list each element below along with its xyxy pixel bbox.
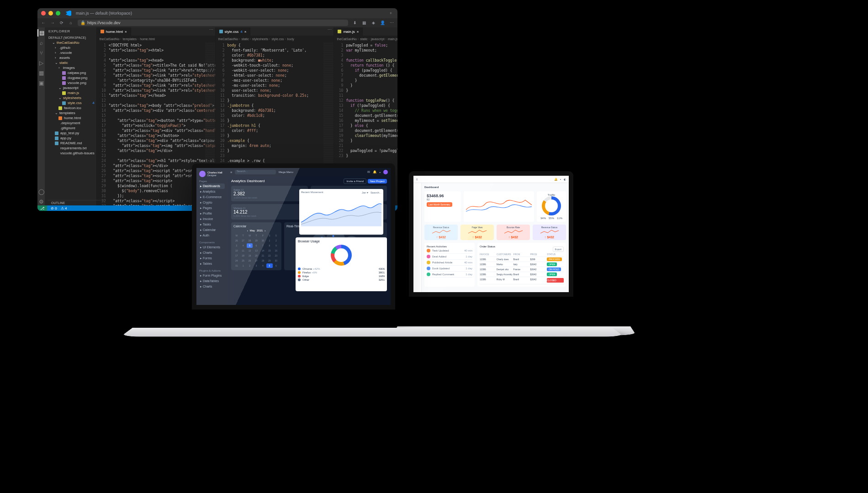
tree-file[interactable]: home.html <box>47 115 95 121</box>
tree-file[interactable]: requirements.txt <box>47 146 95 151</box>
editor-tab[interactable]: main.js × <box>334 27 363 36</box>
calendar-day[interactable]: 30 <box>273 258 279 263</box>
calendar-day[interactable]: 21 <box>260 253 266 258</box>
mega-menu[interactable]: Mega Menu <box>279 171 293 173</box>
calendar-day[interactable]: 5 <box>266 263 272 268</box>
remote-icon[interactable]: ▣ <box>37 79 45 87</box>
sidebar-item[interactable]: ▸ E-Commerce <box>199 194 225 200</box>
tree-folder[interactable]: static <box>47 60 95 65</box>
extensions-icon[interactable]: ▦ <box>362 21 366 25</box>
explorer-icon[interactable]: ▤ <box>37 29 45 37</box>
next-month-icon[interactable]: › <box>265 229 265 232</box>
calendar-day[interactable]: 19 <box>247 253 253 258</box>
tree-folder[interactable]: .vscode <box>47 50 95 55</box>
calendar-day[interactable]: 9 <box>273 243 279 248</box>
msg-icon[interactable]: ✉ <box>367 170 370 174</box>
minimize-icon[interactable] <box>48 11 53 16</box>
sidebar-item[interactable]: ▸ Form Plugins <box>199 273 225 278</box>
sidebar-item[interactable]: ▸ Crypto <box>199 200 225 205</box>
calendar-day[interactable]: 29 <box>253 238 259 243</box>
sidebar-item[interactable]: ▸ Calendar <box>199 227 225 233</box>
new-project-button[interactable]: New Project <box>368 179 387 184</box>
calendar-day[interactable]: 2 <box>247 263 253 268</box>
calendar-day[interactable]: 31 <box>233 263 239 268</box>
debug-icon[interactable]: ▷ <box>37 59 45 67</box>
scm-icon[interactable]: ⑂ <box>37 49 45 57</box>
search-icon[interactable]: ⌕ <box>37 39 45 47</box>
calendar-day[interactable]: 13 <box>253 248 259 253</box>
calendar-day[interactable]: 4 <box>240 243 246 248</box>
hamburger-icon[interactable]: ≡ <box>230 171 232 174</box>
calendar-day[interactable]: 30 <box>260 238 266 243</box>
download-icon[interactable]: ⬇ <box>353 21 357 25</box>
calendar-day[interactable]: 27 <box>240 238 246 243</box>
maximize-icon[interactable] <box>56 11 60 16</box>
tree-file[interactable]: main.js <box>47 90 95 95</box>
shield-icon[interactable]: ◈ <box>371 21 376 25</box>
editor-tab[interactable]: home.html × <box>97 27 131 36</box>
close-icon[interactable]: × <box>125 30 127 34</box>
calendar-day[interactable]: 7 <box>260 243 266 248</box>
sidebar-item[interactable]: ▸ Analytics <box>199 189 225 194</box>
sidebar-item[interactable]: ▸ Pages <box>199 205 225 211</box>
sidebar-item[interactable]: ▸ DataTables <box>199 278 225 284</box>
sidebar-item[interactable]: ▸ Auth <box>199 233 225 238</box>
calendar-day[interactable]: 29 <box>266 258 272 263</box>
tree-file[interactable]: vscode.png <box>47 80 95 85</box>
tree-file[interactable]: favicon.ico <box>47 105 95 110</box>
forward-icon[interactable]: → <box>50 21 55 25</box>
tree-file[interactable]: app.py <box>47 136 95 141</box>
calendar-day[interactable]: 24 <box>233 258 239 263</box>
calendar-day[interactable]: 2 <box>273 238 279 243</box>
sidebar-item[interactable]: ▸ Forms <box>199 256 225 261</box>
calendar-day[interactable]: 15 <box>266 248 272 253</box>
more-icon[interactable]: ⋯ <box>326 27 333 36</box>
tree-folder[interactable]: assets <box>47 55 95 60</box>
home-icon[interactable]: ⌂ <box>69 21 73 25</box>
reload-icon[interactable]: ⟳ <box>59 21 64 25</box>
calendar-day[interactable]: 27 <box>253 258 259 263</box>
flag-icon[interactable]: ▪ <box>380 171 381 174</box>
sidebar-root[interactable]: DEFAULT (WORKSPACE) <box>45 35 96 40</box>
calendar-day[interactable]: 5 <box>247 243 253 248</box>
tree-file[interactable]: .deployment <box>47 121 95 126</box>
tree-folder[interactable]: stylesheets <box>47 95 95 100</box>
invite-button[interactable]: Invite a Friend <box>344 178 366 184</box>
prev-month-icon[interactable]: ‹ <box>247 229 248 232</box>
sidebar-item[interactable]: ▸ Tables <box>199 261 225 267</box>
tree-file[interactable]: dogpaw.png <box>47 75 95 80</box>
new-tab-button[interactable]: + <box>390 11 392 16</box>
tree-folder[interactable]: images <box>47 65 95 70</box>
close-icon[interactable] <box>41 11 46 16</box>
calendar-day[interactable]: 8 <box>266 243 272 248</box>
calendar-day[interactable]: 22 <box>266 253 272 258</box>
calendar-day[interactable]: 23 <box>273 253 279 258</box>
calendar-day[interactable]: 12 <box>247 248 253 253</box>
calendar-day[interactable]: 1 <box>240 263 246 268</box>
bell-icon[interactable]: 🔔 <box>373 170 377 174</box>
editor-tab[interactable]: style.css 4 × <box>216 27 251 36</box>
profile-icon[interactable]: 👤 <box>380 21 385 25</box>
calendar-day[interactable]: 14 <box>260 248 266 253</box>
calendar-day[interactable]: 3 <box>233 243 239 248</box>
calendar-day[interactable]: 3 <box>253 263 259 268</box>
tree-folder[interactable]: theCatSaidNo <box>47 40 95 45</box>
calendar-day[interactable]: 4 <box>260 263 266 268</box>
breadcrumb[interactable]: theCatSaidNostaticjavascriptmain.js <box>334 36 397 42</box>
sidebar-item[interactable]: ▸ UI Elements <box>199 245 225 250</box>
calendar-day[interactable]: 26 <box>233 238 239 243</box>
close-icon[interactable]: × <box>357 30 359 34</box>
tree-file[interactable]: vscode.github-issues <box>47 151 95 156</box>
avatar-icon[interactable] <box>383 170 388 174</box>
gear-icon[interactable]: ⚙ <box>37 198 45 205</box>
breadcrumb[interactable]: theCatSaidNotemplateshome.html <box>97 36 215 42</box>
calendar-day[interactable]: 11 <box>240 248 246 253</box>
tree-folder[interactable]: javascript <box>47 85 95 90</box>
calendar-day[interactable]: 26 <box>247 258 253 263</box>
sidebar-item[interactable]: ▸ Charts <box>199 284 225 289</box>
menu-icon[interactable]: ⋯ <box>389 21 394 25</box>
tree-file[interactable]: .gitignore <box>47 126 95 131</box>
search-input[interactable]: Search... <box>235 170 276 174</box>
sidebar-item[interactable]: ▸ Tasks <box>199 222 225 227</box>
sidebar-item[interactable]: ▸ Dashboards <box>199 184 225 189</box>
